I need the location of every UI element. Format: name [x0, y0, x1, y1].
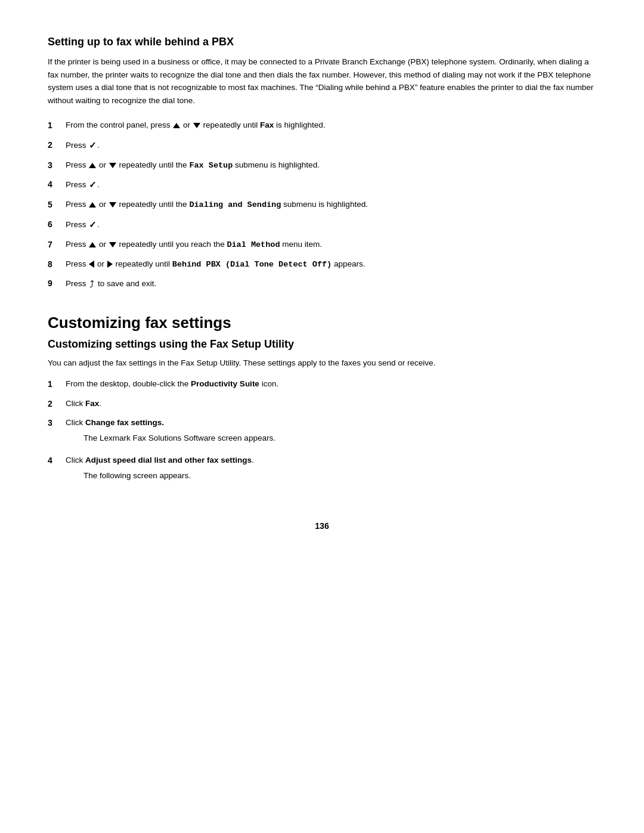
- adjust-speed-dial-label: Adjust speed dial list and other fax set…: [85, 456, 252, 465]
- checkmark-icon-6: ✓: [89, 218, 97, 232]
- behind-pbx-mono: Behind PBX (Dial Tone Detect Off): [172, 260, 332, 269]
- step-9-content: Press ⤴ to save and exit.: [66, 277, 596, 292]
- step-3-content: Press or repeatedly until the Fax Setup …: [66, 159, 596, 172]
- pbx-step-9: 9 Press ⤴ to save and exit.: [48, 277, 596, 292]
- dial-method-mono: Dial Method: [227, 240, 280, 249]
- utility-step-3-note: The Lexmark Fax Solutions Software scree…: [83, 432, 596, 445]
- arrow-down-icon-5: [109, 202, 116, 208]
- pbx-step-3: 3 Press or repeatedly until the Fax Setu…: [48, 159, 596, 172]
- utility-step-1: 1 From the desktop, double-click the Pro…: [48, 377, 596, 391]
- pbx-step-1: 1 From the control panel, press or repea…: [48, 119, 596, 132]
- pbx-step-6: 6 Press ✓.: [48, 218, 596, 232]
- step-number-5: 5: [48, 198, 66, 211]
- pbx-step-8: 8 Press or repeatedly until Behind PBX (…: [48, 258, 596, 271]
- arrow-left-icon-8: [89, 261, 94, 268]
- pbx-step-7: 7 Press or repeatedly until you reach th…: [48, 238, 596, 252]
- pbx-section-title: Setting up to fax while behind a PBX: [48, 36, 596, 48]
- step-number-6: 6: [48, 218, 66, 231]
- dialing-sending-mono: Dialing and Sending: [189, 200, 281, 209]
- utility-step-number-1: 1: [48, 377, 66, 391]
- arrow-down-icon-7: [109, 242, 116, 247]
- customizing-section-title: Customizing fax settings: [48, 314, 596, 332]
- step-number-4: 4: [48, 178, 66, 191]
- utility-step-2-content: Click Fax.: [66, 397, 596, 410]
- click-fax-label: Fax: [85, 399, 99, 408]
- arrow-up-icon-7: [89, 242, 96, 247]
- arrow-down-icon: [193, 123, 200, 128]
- fax-setup-utility-title: Customizing settings using the Fax Setup…: [48, 338, 596, 351]
- step-4-content: Press ✓.: [66, 178, 596, 192]
- pbx-steps-list: 1 From the control panel, press or repea…: [48, 119, 596, 292]
- fax-label: Fax: [260, 120, 274, 129]
- utility-step-3-content: Click Change fax settings. The Lexmark F…: [66, 416, 596, 448]
- utility-step-3: 3 Click Change fax settings. The Lexmark…: [48, 416, 596, 448]
- step-2-content: Press ✓.: [66, 138, 596, 153]
- utility-step-4-content: Click Adjust speed dial list and other f…: [66, 454, 596, 485]
- productivity-suite-label: Productivity Suite: [191, 379, 259, 388]
- checkmark-icon-4: ✓: [89, 178, 97, 192]
- step-number-2: 2: [48, 138, 66, 151]
- change-fax-settings-label: Change fax settings.: [85, 418, 164, 427]
- step-number-9: 9: [48, 277, 66, 290]
- fax-setup-utility-intro: You can adjust the fax settings in the F…: [48, 357, 596, 370]
- arrow-up-icon-3: [89, 163, 96, 168]
- step-5-content: Press or repeatedly until the Dialing an…: [66, 198, 596, 212]
- pbx-step-4: 4 Press ✓.: [48, 178, 596, 192]
- step-number-1: 1: [48, 119, 66, 132]
- step-7-content: Press or repeatedly until you reach the …: [66, 238, 596, 252]
- save-exit-icon: ⤴: [89, 277, 94, 292]
- fax-utility-steps-list: 1 From the desktop, double-click the Pro…: [48, 377, 596, 485]
- checkmark-icon-2: ✓: [89, 138, 97, 153]
- pbx-step-2: 2 Press ✓.: [48, 138, 596, 153]
- arrow-right-icon-8: [107, 261, 113, 268]
- step-6-content: Press ✓.: [66, 218, 596, 232]
- utility-step-number-3: 3: [48, 416, 66, 429]
- utility-step-number-2: 2: [48, 397, 66, 410]
- utility-step-number-4: 4: [48, 454, 66, 467]
- utility-step-4-note: The following screen appears.: [83, 469, 596, 482]
- step-number-7: 7: [48, 238, 66, 251]
- fax-setup-mono: Fax Setup: [189, 161, 233, 170]
- utility-step-4: 4 Click Adjust speed dial list and other…: [48, 454, 596, 485]
- utility-step-1-content: From the desktop, double-click the Produ…: [66, 377, 596, 391]
- step-number-3: 3: [48, 159, 66, 172]
- arrow-up-icon: [173, 123, 180, 128]
- page-number: 136: [48, 521, 596, 531]
- step-1-content: From the control panel, press or repeate…: [66, 119, 596, 132]
- pbx-step-5: 5 Press or repeatedly until the Dialing …: [48, 198, 596, 212]
- pbx-intro-paragraph: If the printer is being used in a busine…: [48, 55, 596, 107]
- step-8-content: Press or repeatedly until Behind PBX (Di…: [66, 258, 596, 271]
- step-number-8: 8: [48, 258, 66, 271]
- utility-step-2: 2 Click Fax.: [48, 397, 596, 410]
- arrow-down-icon-3: [109, 163, 116, 168]
- arrow-up-icon-5: [89, 202, 96, 208]
